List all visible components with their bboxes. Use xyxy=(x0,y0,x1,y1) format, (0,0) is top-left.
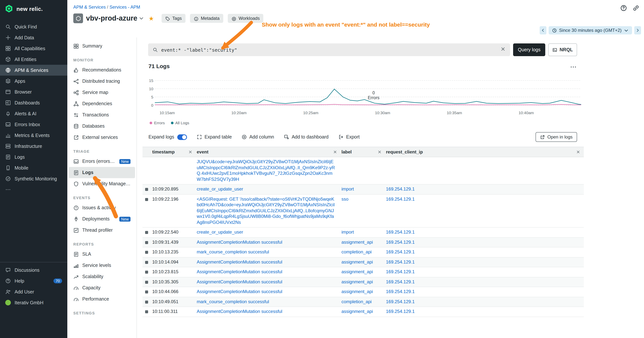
sidebar-footer-item-discussions[interactable]: Discussions xyxy=(0,265,67,275)
nrql-button[interactable]: NRQL xyxy=(548,44,577,56)
cell-request-client-ip[interactable]: 169.254.129.1 xyxy=(385,267,584,277)
sidebar-item-quick-find[interactable]: Quick Find xyxy=(0,21,67,32)
row-expand-handle[interactable] xyxy=(142,185,152,194)
cell-label[interactable]: assignment_api xyxy=(341,287,385,297)
remove-column-icon[interactable] xyxy=(333,150,337,154)
favorite-star-icon[interactable]: ★ xyxy=(149,15,154,22)
subnav-item-databases[interactable]: Databases xyxy=(69,121,135,132)
subnav-item-service-levels[interactable]: Service levels xyxy=(69,260,135,271)
table-row[interactable]: JUQVU&code=eyJraWQiOiJjcGltY29yZV8wOTl1M… xyxy=(142,157,584,185)
cell-label[interactable]: sso xyxy=(341,194,385,227)
table-row[interactable]: 10:10:49.051mark_course_completion succe… xyxy=(142,297,584,307)
subnav-item-deployments[interactable]: DeploymentsNew xyxy=(69,213,135,225)
cell-label[interactable]: assignment_api xyxy=(341,267,385,277)
breadcrumb-apm-services[interactable]: APM & Services xyxy=(73,5,106,10)
legend-all-logs[interactable]: All Logs xyxy=(171,121,189,125)
subnav-item-external-services[interactable]: External services xyxy=(69,132,135,143)
cell-event[interactable]: <ASGIRequest: GET '/sso/callback/?state=… xyxy=(196,194,341,227)
sidebar-item-add-data[interactable]: Add Data xyxy=(0,32,67,43)
cell-label[interactable]: assignment_api xyxy=(341,257,385,267)
cell-event[interactable]: create_or_update_user xyxy=(196,185,341,194)
table-row[interactable]: 10:09:20.895create_or_update_userimport1… xyxy=(142,185,584,194)
table-row[interactable]: 10:09:22.540create_or_update_userimport1… xyxy=(142,228,584,237)
permalink-icon[interactable] xyxy=(632,5,640,12)
chart-more-icon[interactable] xyxy=(570,64,577,70)
cell-request-client-ip[interactable]: 169.254.129.1 xyxy=(385,257,584,267)
metadata-button[interactable]: Metadata xyxy=(190,14,223,23)
sidebar-footer-item-help[interactable]: Help70 xyxy=(0,275,67,286)
sidebar-footer-item-add-user[interactable]: Add User xyxy=(0,286,67,297)
table-row[interactable]: 10:10:14.094AssignmentCompletionMutation… xyxy=(142,257,584,267)
sidebar-item-metrics-events[interactable]: Metrics & Events xyxy=(0,130,67,141)
cell-request-client-ip[interactable]: 169.254.129.1 xyxy=(385,277,584,287)
sidebar-item-errors-inbox[interactable]: Errors Inbox xyxy=(0,119,67,130)
subnav-item-transactions[interactable]: Transactions xyxy=(69,109,135,121)
cell-event[interactable]: AssignmentCompletionMutation successful xyxy=(196,257,341,267)
cell-event[interactable]: create_or_update_user xyxy=(196,228,341,237)
table-row[interactable]: 10:10:13.235mark_course_completion succe… xyxy=(142,247,584,257)
time-forward-button[interactable] xyxy=(634,26,641,35)
help-icon[interactable] xyxy=(620,5,627,12)
remove-column-icon[interactable] xyxy=(378,150,382,154)
row-expand-handle[interactable] xyxy=(142,297,152,306)
row-expand-handle[interactable] xyxy=(142,194,152,227)
remove-column-icon[interactable] xyxy=(188,150,192,154)
time-picker[interactable]: Since 30 minutes ago (GMT+2) xyxy=(549,26,632,35)
expand-logs-toggle[interactable] xyxy=(177,134,187,140)
query-logs-button[interactable]: Query logs xyxy=(513,44,545,56)
column-header-event[interactable]: event xyxy=(196,147,341,157)
sidebar-item-apps[interactable]: Apps xyxy=(0,76,67,87)
sidebar-item-synthetic-monitoring[interactable]: Synthetic Monitoring xyxy=(0,173,67,184)
subnav-item-issues-activity[interactable]: Issues & activity xyxy=(69,202,135,213)
sidebar-item-infrastructure[interactable]: Infrastructure xyxy=(0,141,67,152)
subnav-item-performance[interactable]: Performance xyxy=(69,293,135,305)
workloads-button[interactable]: Workloads xyxy=(228,14,264,23)
column-header-timestamp[interactable]: timestamp xyxy=(152,147,196,157)
subnav-item-summary[interactable]: Summary xyxy=(69,41,135,52)
cell-label[interactable]: assignment_api xyxy=(341,307,385,316)
add-to-dashboard-button[interactable]: Add to dashboard xyxy=(284,134,328,140)
cell-event[interactable]: AssignmentCompletionMutation successful xyxy=(196,307,341,316)
cell-label[interactable]: assignment_api xyxy=(341,237,385,247)
legend-errors[interactable]: Errors xyxy=(150,121,165,125)
sidebar-item-dashboards[interactable]: Dashboards xyxy=(0,97,67,108)
column-header-label[interactable]: label xyxy=(341,147,385,157)
cell-event[interactable]: AssignmentCompletionMutation successful xyxy=(196,287,341,297)
cell-request-client-ip[interactable]: 169.254.129.1 xyxy=(385,194,584,227)
export-button[interactable]: Export xyxy=(338,134,360,140)
cell-label[interactable]: import xyxy=(341,228,385,237)
cell-request-client-ip[interactable]: 169.254.129.1 xyxy=(385,228,584,237)
sidebar-footer-item-iterativ-gmbh[interactable]: Iterativ GmbH xyxy=(0,297,67,308)
row-expand-handle[interactable] xyxy=(142,257,152,267)
row-expand-handle[interactable] xyxy=(142,287,152,297)
sidebar-item-all-entities[interactable]: All Entities xyxy=(0,54,67,65)
sidebar-item-alerts-ai[interactable]: Alerts & AI xyxy=(0,108,67,119)
sidebar-item-all-capabilities[interactable]: All Capabilities xyxy=(0,43,67,54)
remove-column-icon[interactable] xyxy=(576,150,580,154)
sidebar-item-mobile[interactable]: Mobile xyxy=(0,162,67,173)
cell-label[interactable]: completion_api xyxy=(341,297,385,306)
sidebar-item-apm-services[interactable]: APM & Services xyxy=(0,65,67,76)
cell-request-client-ip[interactable]: 169.254.129.1 xyxy=(385,307,584,316)
subnav-item-sla[interactable]: SLA xyxy=(69,248,135,260)
row-expand-handle[interactable] xyxy=(142,228,152,237)
cell-request-client-ip[interactable]: 169.254.129.1 xyxy=(385,185,584,194)
row-expand-handle[interactable] xyxy=(142,267,152,277)
subnav-item-scalability[interactable]: Scalability xyxy=(69,271,135,282)
newrelic-logo[interactable]: new relic. xyxy=(0,0,67,17)
cell-event[interactable]: JUQVU&code=eyJraWQiOiJjcGltY29yZV8wOTl1M… xyxy=(196,157,341,184)
row-expand-handle[interactable] xyxy=(142,307,152,316)
row-expand-handle[interactable] xyxy=(142,277,152,287)
subnav-item-vulnerability-management[interactable]: Vulnerability Management xyxy=(69,178,135,189)
subnav-item-service-map[interactable]: Service map xyxy=(69,87,135,98)
entity-chevron-down-icon[interactable] xyxy=(139,16,144,21)
cell-label[interactable] xyxy=(341,157,385,184)
tags-button[interactable]: Tags xyxy=(161,14,186,23)
cell-event[interactable]: AssignmentCompletionMutation successful xyxy=(196,267,341,277)
subnav-item-dependencies[interactable]: Dependencies xyxy=(69,98,135,109)
time-back-button[interactable] xyxy=(540,26,546,35)
table-row[interactable]: 10:09:22.196<ASGIRequest: GET '/sso/call… xyxy=(142,194,584,228)
cell-event[interactable]: mark_course_completion successful xyxy=(196,247,341,257)
breadcrumb-services-apm[interactable]: Services - APM xyxy=(110,5,140,10)
cell-label[interactable]: completion_api xyxy=(341,247,385,257)
